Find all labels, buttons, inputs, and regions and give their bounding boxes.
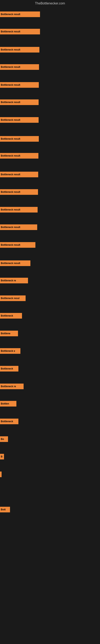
bottleneck-bar-15: Bottleneck result [0,260,30,266]
bottleneck-bar-8: Bottleneck result [0,136,39,142]
bottleneck-bar-16: Bottleneck re [0,278,28,283]
bottleneck-label-18: Bottleneck [1,314,13,317]
site-title: TheBottlenecker.com [0,0,100,7]
bottleneck-bar-20: Bottleneck e [0,348,20,354]
bottleneck-label-1: Bottleneck result [1,13,20,16]
bottleneck-label-12: Bottleneck result [1,208,20,211]
bottleneck-bar-19: Bottlene [0,331,18,336]
bottleneck-label-14: Bottleneck result [1,244,20,246]
bottleneck-label-17: Bottleneck resul [1,297,19,300]
bottleneck-bar-7: Bottleneck result [0,117,39,123]
bottleneck-bar-10: Bottleneck result [0,172,38,177]
bottleneck-bar-12: Bottleneck result [0,207,38,212]
bottleneck-label-9: Bottleneck result [1,154,20,157]
bottleneck-label-10: Bottleneck result [1,173,20,176]
bottleneck-bar-11: Bottleneck result [0,189,38,195]
bottleneck-bar-21: Bottleneck [0,366,18,372]
bottleneck-bar-26: B [0,454,4,460]
bottleneck-bar-6: Bottleneck result [0,100,39,105]
bottleneck-label-2: Bottleneck result [1,30,20,33]
bottleneck-bar-1: Bottleneck result [0,12,40,17]
bottleneck-label-8: Bottleneck result [1,138,20,140]
bottleneck-label-23: Bottlen [1,402,9,405]
bottleneck-label-22: Bottleneck re [1,385,16,388]
bottleneck-bar-18: Bottleneck [0,313,22,318]
bottleneck-label-5: Bottleneck result [1,84,20,86]
bottleneck-label-6: Bottleneck result [1,101,20,104]
bottleneck-label-21: Bottleneck [1,367,13,370]
bottleneck-bar-14: Bottleneck result [0,242,35,248]
bottleneck-label-11: Bottleneck result [1,190,20,194]
bottleneck-label-26: B [1,455,2,458]
bottleneck-bar-4: Bottleneck result [0,64,39,70]
bottleneck-label-16: Bottleneck re [1,279,16,282]
bottleneck-label-20: Bottleneck e [1,350,15,352]
bottleneck-label-13: Bottleneck result [1,226,20,228]
bottleneck-bar-13: Bottleneck result [0,224,37,230]
bottleneck-label-7: Bottleneck result [1,118,20,121]
bottleneck-bar-28: Bott [0,507,10,512]
bottleneck-bar-23: Bottlen [0,401,16,406]
bottleneck-bar-22: Bottleneck re [0,384,24,389]
bottleneck-bar-17: Bottleneck resul [0,296,26,301]
bottleneck-label-3: Bottleneck result [1,48,20,51]
bottleneck-bar-3: Bottleneck result [0,47,39,52]
bottleneck-label-19: Bottlene [1,332,10,335]
bottleneck-label-28: Bott [1,508,6,511]
bottleneck-bar-27 [0,472,1,477]
bottleneck-label-24: Bottleneck [1,420,13,423]
bottleneck-label-25: Bo [1,438,4,440]
bottleneck-label-4: Bottleneck result [1,66,20,68]
bottleneck-bar-24: Bottleneck [0,418,18,424]
bottleneck-bar-25: Bo [0,436,8,442]
bottleneck-bar-5: Bottleneck result [0,82,39,88]
bottleneck-bar-9: Bottleneck result [0,153,38,158]
bottleneck-label-15: Bottleneck result [1,262,20,265]
bottleneck-bar-2: Bottleneck result [0,29,40,34]
